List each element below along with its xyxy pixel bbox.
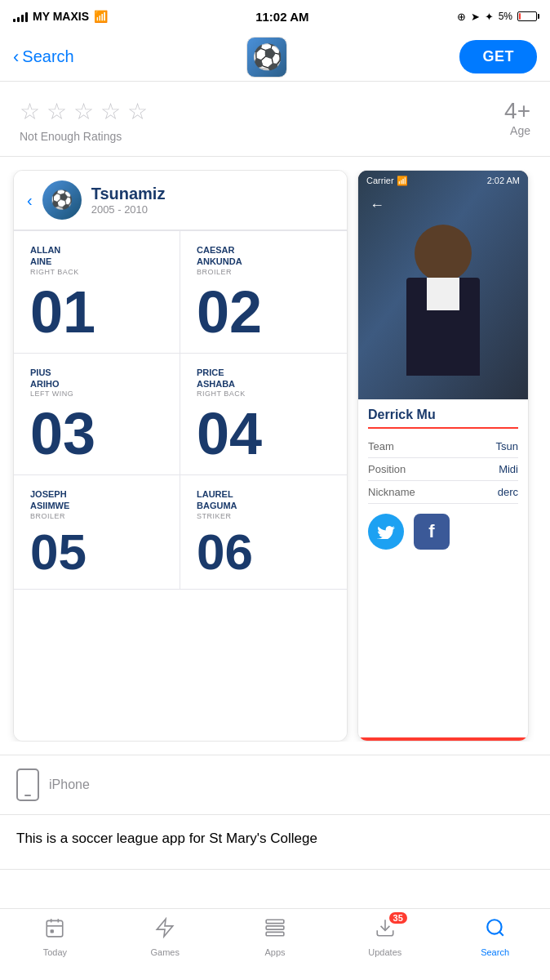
player-cell-4: PRICEASHABA RIGHT BACK 04 <box>180 354 347 476</box>
wifi-icon: 📶 <box>94 10 108 23</box>
back-button[interactable]: ‹ Search <box>13 47 74 66</box>
player-name-2: CAESARANKUNDA <box>197 244 330 268</box>
twitter-icon <box>377 524 395 539</box>
info-val-position: Midi <box>499 463 518 475</box>
updates-badge: 35 <box>389 912 407 924</box>
description-section: This is a soccer league app for St Mary'… <box>0 815 550 870</box>
player-number-2: 02 <box>197 283 330 341</box>
star-2: ☆ <box>47 98 67 125</box>
tab-today-label: Today <box>43 947 67 957</box>
team-years: 2005 - 2010 <box>91 203 166 216</box>
player-name-3: PIUSARIHO <box>30 367 163 390</box>
svg-rect-6 <box>266 926 284 929</box>
info-row-nickname: Nickname derc <box>368 481 518 504</box>
app-team-info: Tsunamiz 2005 - 2010 <box>91 185 166 216</box>
person-shirt <box>427 278 459 310</box>
screenshots-scroll[interactable]: ‹ ⚽ Tsunamiz 2005 - 2010 ALLANAIN <box>0 170 550 742</box>
carrier-name: MY MAXIS <box>33 10 89 23</box>
today-icon <box>44 917 65 944</box>
nav-bar: ‹ Search ⚽ GET <box>0 33 550 82</box>
svg-point-9 <box>487 920 501 933</box>
player-number-5: 05 <box>30 527 163 577</box>
bluetooth-icon: ✦ <box>485 11 494 23</box>
status-right: ⊕ ➤ ✦ 5% <box>457 11 537 23</box>
player-position-2: BROILER <box>197 268 330 276</box>
svg-rect-5 <box>266 920 284 923</box>
signal-bar-4 <box>25 12 28 22</box>
player-cell-5: JOSEPHASIIMWE BROILER 05 <box>14 475 180 590</box>
tab-games-label: Games <box>150 947 179 957</box>
app-back-arrow-icon: ‹ <box>27 191 33 210</box>
rating-label: Not Enough Ratings <box>20 130 148 143</box>
games-icon <box>154 917 175 944</box>
app-screen-header: ‹ ⚽ Tsunamiz 2005 - 2010 <box>14 171 347 230</box>
facebook-icon: f <box>428 521 434 542</box>
star-3: ☆ <box>73 98 94 125</box>
app-screen-2: Carrier 📶 2:02 AM ← <box>358 171 528 741</box>
description-text: This is a soccer league app for St Mary'… <box>16 828 534 849</box>
search-icon <box>485 917 506 944</box>
person-head <box>415 225 472 282</box>
main-content: MY MAXIS 📶 11:02 AM ⊕ ➤ ✦ 5% ‹ Search ⚽ … <box>0 0 550 942</box>
stars-row: ☆ ☆ ☆ ☆ ☆ <box>20 98 148 125</box>
tab-updates-label: Updates <box>368 947 401 957</box>
info-key-team: Team <box>368 440 394 452</box>
svg-line-10 <box>499 932 503 936</box>
age-container: 4+ Age <box>504 98 530 137</box>
player-position-3: LEFT WING <box>30 390 163 398</box>
battery-fill <box>519 13 521 20</box>
player-photo: Carrier 📶 2:02 AM ← <box>358 171 528 399</box>
player-number-3: 03 <box>30 404 163 463</box>
screen2-carrier: Carrier 📶 <box>366 176 408 186</box>
tab-today[interactable]: Today <box>0 917 110 957</box>
player-name-6: LAURELBAGUMA <box>197 488 330 512</box>
app-icon: ⚽ <box>246 37 287 78</box>
app-screen-1: ‹ ⚽ Tsunamiz 2005 - 2010 ALLANAIN <box>14 171 347 741</box>
stars-container: ☆ ☆ ☆ ☆ ☆ Not Enough Ratings <box>20 98 148 143</box>
age-label: Age <box>504 124 530 137</box>
back-label: Search <box>22 47 73 66</box>
signal-bars <box>13 11 28 22</box>
signal-bar-3 <box>21 15 24 22</box>
screenshots-section: ‹ ⚽ Tsunamiz 2005 - 2010 ALLANAIN <box>0 157 550 755</box>
status-time: 11:02 AM <box>255 10 308 24</box>
player-cell-1: ALLANAINE RIGHT BACK 01 <box>14 231 180 354</box>
screen2-back-arrow-icon: ← <box>361 189 393 222</box>
get-button[interactable]: GET <box>459 40 537 74</box>
tab-apps-label: Apps <box>264 947 285 957</box>
player-position-5: BROILER <box>30 512 163 520</box>
star-1: ☆ <box>20 98 40 125</box>
info-key-position: Position <box>368 463 406 475</box>
player-cell-6: LAURELBAGUMA STRIKER 06 <box>180 475 347 590</box>
tab-search-label: Search <box>481 947 509 957</box>
player-position-1: RIGHT BACK <box>30 268 163 276</box>
twitter-button[interactable] <box>368 514 404 550</box>
player-position-6: STRIKER <box>197 512 330 520</box>
apps-icon <box>264 917 286 944</box>
player-grid: ALLANAINE RIGHT BACK 01 CAESARANKUNDA BR… <box>14 230 347 590</box>
player-name-4: PRICEASHABA <box>197 367 330 390</box>
facebook-button[interactable]: f <box>414 514 450 550</box>
screenshot-1: ‹ ⚽ Tsunamiz 2005 - 2010 ALLANAIN <box>13 170 348 742</box>
info-row-position: Position Midi <box>368 458 518 481</box>
info-key-nickname: Nickname <box>368 486 415 498</box>
tab-bar: Today Games Apps 35 Update <box>0 908 550 980</box>
tab-search[interactable]: Search <box>440 917 550 957</box>
player-number-1: 01 <box>30 283 163 341</box>
player-detail-info: Derrick Mu Team Tsun Position Midi Nickn… <box>358 399 528 558</box>
player-number-4: 04 <box>197 404 330 463</box>
tab-apps[interactable]: Apps <box>220 917 330 957</box>
phone-icon <box>16 768 39 801</box>
app-team-icon: ⚽ <box>42 180 82 220</box>
info-row-team: Team Tsun <box>368 435 518 458</box>
social-icons: f <box>368 514 518 550</box>
player-name-1: ALLANAINE <box>30 244 163 268</box>
back-chevron-icon: ‹ <box>13 48 19 66</box>
signal-bar-1 <box>13 19 16 22</box>
tab-updates[interactable]: 35 Updates <box>330 917 440 957</box>
app-icon-container: ⚽ <box>246 37 287 78</box>
svg-rect-0 <box>47 920 64 937</box>
star-4: ☆ <box>100 98 121 125</box>
tab-games[interactable]: Games <box>110 917 220 957</box>
team-name: Tsunamiz <box>91 185 166 203</box>
